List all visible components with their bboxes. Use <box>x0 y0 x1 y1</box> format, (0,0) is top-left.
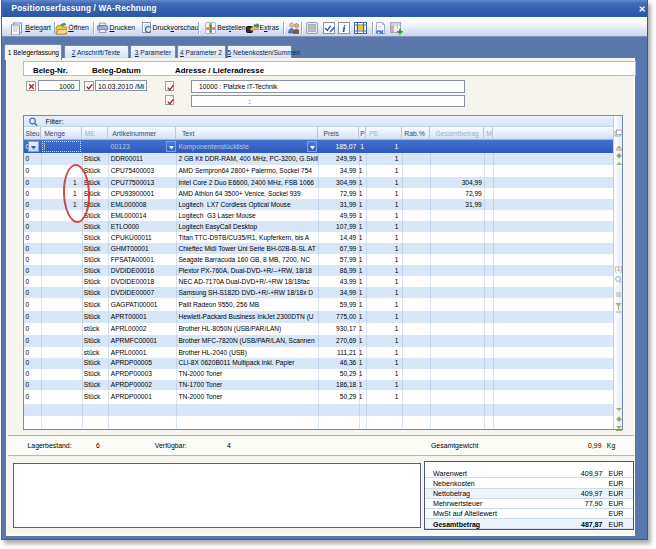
svg-text:(1): (1) <box>615 265 623 273</box>
svg-text:▥: ▥ <box>616 291 622 297</box>
